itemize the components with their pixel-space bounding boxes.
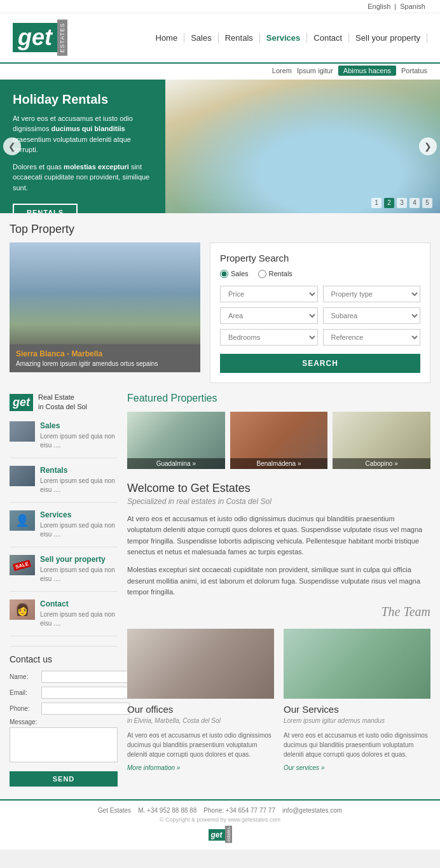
search-type-sales-radio[interactable]	[220, 270, 228, 278]
subnav-abimus[interactable]: Abimus hacens	[338, 66, 396, 76]
sidebar-item-services-desc: Lorem ipsum sed quia non eisu ....	[40, 521, 118, 539]
footer-logo: get estates	[13, 826, 427, 843]
sidebar-item-sell-info: Sell your property Lorem ipsum sed quia …	[40, 555, 118, 584]
featured-grid: Guadalmina » Benalmádena » Cabopino »	[127, 412, 430, 469]
search-type-sales-label[interactable]: Sales	[220, 270, 249, 278]
offices-title: Our offices	[127, 704, 274, 715]
sidebar-thumb-sales	[10, 421, 35, 442]
welcome-para2: Molestias excepturi sint occaecati cupid…	[127, 564, 430, 598]
featured-item-1[interactable]: Guadalmina »	[127, 412, 225, 469]
sidebar-thumb-contact: 👩	[10, 599, 35, 620]
nav-services[interactable]: Services	[260, 33, 308, 43]
hero-prev-button[interactable]: ❮	[3, 137, 21, 155]
sidebar-item-sales-desc: Lorem ipsum sed quia non eisu ....	[40, 432, 118, 450]
search-property-type-select[interactable]: Property type	[323, 286, 421, 302]
offices-link[interactable]: More information »	[127, 764, 180, 771]
search-type-selector: Sales Rentals	[220, 270, 420, 278]
search-button[interactable]: SEARCH	[220, 354, 420, 373]
lang-english[interactable]: English	[368, 3, 390, 10]
form-email-input[interactable]	[41, 687, 130, 699]
subnav-lorem[interactable]: Lorem	[272, 67, 292, 74]
logo-text: get	[13, 23, 57, 52]
form-phone-input[interactable]	[41, 703, 130, 715]
sidebar-item-sell[interactable]: SALE Sell your property Lorem ipsum sed …	[10, 555, 118, 592]
featured-label-1: Guadalmina »	[127, 458, 225, 469]
nav-home[interactable]: Home	[149, 33, 185, 43]
hero-dot-3[interactable]: 3	[397, 198, 407, 208]
hero-dot-1[interactable]: 1	[371, 198, 382, 208]
form-phone-label: Phone:	[10, 705, 38, 712]
sidebar: get Real Estate in Costa del Sol Sales L…	[10, 393, 118, 787]
nav-sales[interactable]: Sales	[184, 33, 219, 43]
sidebar-item-rentals[interactable]: Rentals Lorem ipsum sed quia non eisu ..…	[10, 466, 118, 503]
offices-image	[127, 629, 274, 699]
subnav-ipsum[interactable]: Ipsum igitur	[297, 67, 333, 74]
logo[interactable]: get estates	[13, 20, 67, 56]
nav-sell[interactable]: Sell your property	[349, 33, 427, 43]
services-card-link[interactable]: Our services »	[284, 764, 324, 771]
search-bedrooms-select[interactable]: Bedrooms	[220, 329, 318, 346]
sidebar-item-rentals-title: Rentals	[40, 466, 118, 475]
sidebar-item-contact[interactable]: 👩 Contact Lorem ipsum sed quia non eisu …	[10, 599, 118, 636]
sidebar-thumb-sell: SALE	[10, 555, 35, 575]
services-card-title: Our Services	[284, 704, 430, 715]
sidebar-item-rentals-desc: Lorem ipsum sed quia non eisu ....	[40, 477, 118, 494]
lang-spanish[interactable]: Spanish	[400, 3, 425, 10]
team-signature: The Team	[127, 605, 430, 619]
footer-company: Get Estates	[98, 807, 131, 814]
search-type-rentals-label[interactable]: Rentals	[258, 270, 292, 278]
hero-next-button[interactable]: ❯	[419, 137, 437, 155]
sidebar-item-contact-info: Contact Lorem ipsum sed quia non eisu ..…	[40, 599, 118, 628]
hero-dot-4[interactable]: 4	[409, 198, 420, 208]
hero-content: Holiday Rentals At vero eos et accusamus…	[0, 80, 165, 213]
sidebar-item-sales-info: Sales Lorem ipsum sed quia non eisu ....	[40, 421, 118, 450]
sidebar-item-services-title: Services	[40, 510, 118, 519]
form-message-textarea[interactable]	[10, 727, 118, 762]
sidebar-item-contact-desc: Lorem ipsum sed quia non eisu ....	[40, 610, 118, 628]
form-name-input[interactable]	[41, 671, 130, 683]
top-property-grid: Sierra Blanca - Marbella Amazing lorem i…	[10, 242, 430, 383]
form-message-label: Message:	[10, 718, 118, 725]
services-image	[284, 629, 430, 699]
subnav-portatus[interactable]: Portatus	[401, 67, 427, 74]
contact-form-section: Contact us Name: Email: Phone: Message:	[10, 646, 118, 787]
sidebar-item-sales[interactable]: Sales Lorem ipsum sed quia non eisu ....	[10, 421, 118, 458]
offices-text: At vero eos et accusamus et iusto odio d…	[127, 731, 274, 759]
rentals-button[interactable]: RENTALS	[13, 204, 78, 213]
search-title: Property Search	[220, 253, 420, 263]
footer-logo-text: get	[209, 829, 225, 841]
top-bar: English | Spanish	[0, 0, 440, 13]
search-reference-select[interactable]: Reference	[323, 329, 421, 346]
nav-rentals[interactable]: Rentals	[219, 33, 260, 43]
hero-dot-2[interactable]: 2	[384, 198, 394, 208]
search-row-2: Area Subarea	[220, 307, 420, 324]
main-nav: Home Sales Rentals Services Contact Sell…	[149, 33, 428, 43]
main-content: Top Property Sierra Blanca - Marbella Am…	[0, 213, 440, 800]
featured-item-3[interactable]: Cabopino »	[333, 412, 430, 469]
sidebar-logo-text: get	[10, 394, 33, 411]
offices-subtitle: in Elviria, Marbella, Costa del Sol	[127, 716, 274, 725]
footer-mobile: M. +34 952 88 88 88	[138, 807, 196, 814]
hero-dot-5[interactable]: 5	[422, 198, 432, 208]
top-property-title: Top Property	[10, 213, 430, 242]
send-button[interactable]: SEND	[10, 771, 118, 787]
content-area: Featured Properties Guadalmina » Benalmá…	[127, 393, 430, 787]
sidebar-item-rentals-info: Rentals Lorem ipsum sed quia non eisu ..…	[40, 466, 118, 494]
search-subarea-select[interactable]: Subarea	[323, 307, 421, 324]
sidebar-logo-tagline: Real Estate in Costa del Sol	[38, 393, 87, 412]
footer-email: info@getestates.com	[282, 807, 342, 814]
sidebar-item-sell-title: Sell your property	[40, 555, 118, 564]
welcome-title: Welcome to Get Estates	[127, 482, 430, 495]
sidebar-item-services[interactable]: Services Lorem ipsum sed quia non eisu .…	[10, 510, 118, 547]
footer: Get Estates M. +34 952 88 88 88 Phone: +…	[0, 799, 440, 850]
featured-label-3: Cabopino »	[333, 458, 430, 469]
hero-dots: 1 2 3 4 5	[371, 198, 432, 208]
hero-section: Holiday Rentals At vero eos et accusamus…	[0, 80, 440, 213]
search-area-select[interactable]: Area	[220, 307, 318, 324]
search-price-select[interactable]: Price	[220, 286, 318, 302]
nav-contact[interactable]: Contact	[307, 33, 349, 43]
featured-item-2[interactable]: Benalmádena »	[230, 412, 328, 469]
footer-sub: © Copyright & powered by www.getestates.…	[13, 816, 427, 823]
search-type-rentals-radio[interactable]	[258, 270, 266, 278]
featured-label-2: Benalmádena »	[230, 458, 328, 469]
